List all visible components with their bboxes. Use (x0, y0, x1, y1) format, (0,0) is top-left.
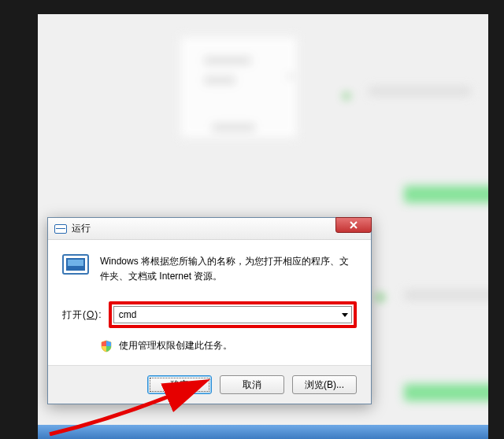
chevron-down-icon (342, 313, 348, 317)
run-icon (62, 254, 89, 275)
dialog-description: Windows 将根据您所输入的名称，为您打开相应的程序、文件夹、文档或 Int… (100, 254, 357, 284)
run-titlebar-icon (54, 224, 67, 234)
bg-panel (180, 36, 298, 138)
titlebar[interactable]: 运行 (48, 218, 371, 240)
uac-text: 使用管理权限创建此任务。 (119, 339, 232, 352)
open-field-highlight (109, 301, 357, 328)
close-button[interactable] (335, 217, 372, 233)
open-combobox[interactable] (113, 306, 352, 323)
close-icon (349, 220, 358, 230)
cancel-button[interactable]: 取消 (220, 375, 284, 394)
dropdown-button[interactable] (339, 307, 351, 323)
desktop-area: 运行 Windows 将根据您所输入的名称，为您打开相应的程序、文件夹、文档或 … (38, 14, 488, 439)
open-input[interactable] (114, 309, 339, 320)
open-label: 打开(O): (62, 308, 102, 322)
ok-button[interactable]: 确定 (147, 375, 212, 394)
browse-button[interactable]: 浏览(B)... (292, 375, 357, 394)
taskbar (38, 425, 488, 439)
dialog-title: 运行 (72, 222, 91, 235)
run-dialog: 运行 Windows 将根据您所输入的名称，为您打开相应的程序、文件夹、文档或 … (47, 217, 372, 404)
button-bar: 确定 取消 浏览(B)... (48, 365, 371, 404)
dialog-body: Windows 将根据您所输入的名称，为您打开相应的程序、文件夹、文档或 Int… (48, 240, 371, 365)
uac-shield-icon (100, 340, 113, 352)
